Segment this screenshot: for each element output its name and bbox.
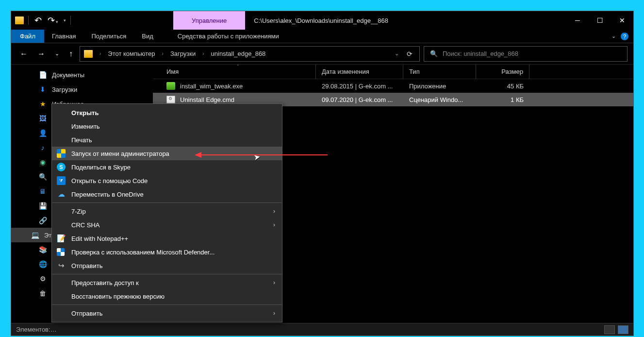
contacts-icon: 👤 — [38, 129, 47, 137]
maximize-button[interactable]: ☐ — [589, 11, 611, 30]
tab-share[interactable]: Поделиться — [83, 30, 134, 43]
ctx-label: Предоставить доступ к — [71, 279, 139, 286]
ctx-label: Отправить — [71, 262, 102, 270]
ctx-crc-sha[interactable]: CRC SHA › — [52, 218, 282, 232]
ctx-edit-with-notepadpp[interactable]: 📝 Edit with Notepad++ — [52, 232, 282, 245]
ctx-edit[interactable]: Изменить — [52, 119, 282, 133]
close-button[interactable]: ✕ — [611, 11, 633, 30]
file-date: 29.08.2015 | G-ek.com ... — [316, 83, 403, 90]
ribbon-context-tab[interactable]: Управление — [173, 11, 245, 30]
window-title-path: C:\Users\alex_\Downloads\uninstall_edge_… — [245, 11, 388, 30]
picture-icon: 🖼 — [38, 115, 47, 122]
sidebar-label: Документы — [52, 71, 84, 79]
titlebar: ↶ ↷▾ ▾ Управление C:\Users\alex_\Downloa… — [11, 11, 633, 30]
details-view-button[interactable] — [604, 325, 615, 334]
tab-view[interactable]: Вид — [134, 30, 161, 43]
status-item-count: Элементов:… — [16, 326, 57, 333]
sidebar-documents[interactable]: 📄Документы — [11, 67, 153, 82]
star-icon: ★ — [38, 100, 47, 108]
ctx-open-with-code[interactable]: ⧩ Открыть с помощью Code — [52, 174, 282, 187]
ctx-label: Поделиться в Skype — [71, 164, 131, 171]
address-dropdown-icon[interactable]: ⌄ — [395, 51, 399, 57]
music-icon: ♪ — [38, 144, 47, 152]
window-controls: ─ ☐ ✕ — [566, 11, 633, 30]
redo-icon[interactable]: ↷▾ — [46, 15, 60, 26]
up-button[interactable]: ↑ — [66, 48, 76, 60]
breadcrumb-downloads[interactable]: Загрузки — [170, 50, 196, 57]
ctx-skype-share[interactable]: S Поделиться в Skype — [52, 160, 282, 174]
col-name[interactable]: Имя˄ — [161, 65, 316, 79]
folder-icon — [15, 17, 24, 24]
tab-file[interactable]: Файл — [11, 30, 44, 43]
forward-button[interactable]: → — [34, 48, 48, 60]
undo-icon[interactable]: ↶ — [33, 15, 43, 26]
refresh-icon[interactable]: ⟳ — [407, 50, 413, 58]
back-button[interactable]: ← — [17, 48, 31, 60]
menu-separator — [52, 202, 281, 203]
vscode-icon: ⧩ — [57, 176, 66, 185]
file-size: 45 КБ — [476, 83, 529, 90]
ctx-label: Переместить в OneDrive — [71, 191, 144, 198]
share-icon: ↪ — [57, 261, 66, 270]
col-size[interactable]: Размер — [476, 65, 529, 79]
file-row[interactable]: install_wim_tweak.exe 29.08.2015 | G-ek.… — [153, 79, 633, 93]
help-icon[interactable]: ? — [621, 33, 628, 40]
column-headers: Имя˄ Дата изменения Тип Размер — [153, 65, 633, 79]
ctx-run-as-admin[interactable]: Запуск от имени администратора — [52, 147, 282, 160]
library-icon: 📚 — [38, 246, 47, 253]
ctx-restore-previous[interactable]: Восстановить прежнюю версию — [52, 289, 282, 303]
tab-app-tools[interactable]: Средства работы с приложениями — [161, 30, 296, 43]
cmd-icon — [166, 96, 175, 103]
nav-row: ← → ⌄ ↑ › Этот компьютер › Загрузки › un… — [11, 43, 633, 65]
ctx-grant-access[interactable]: Предоставить доступ к › — [52, 276, 282, 289]
file-type: Приложение — [403, 83, 476, 90]
breadcrumb-sep-icon: › — [97, 51, 104, 56]
tab-home[interactable]: Главная — [44, 30, 83, 43]
panel-icon: ⚙ — [38, 275, 47, 283]
col-date[interactable]: Дата изменения — [316, 65, 403, 79]
recent-locations-icon[interactable]: ⌄ — [52, 49, 62, 59]
exe-icon — [166, 82, 175, 90]
submenu-arrow-icon: › — [273, 208, 275, 215]
file-rows: install_wim_tweak.exe 29.08.2015 | G-ek.… — [153, 79, 633, 106]
ctx-label: 7-Zip — [71, 208, 86, 215]
file-date: 09.07.2020 | G-ek.com ... — [316, 96, 403, 103]
file-type: Сценарий Windo... — [403, 96, 476, 103]
ctx-share[interactable]: ↪ Отправить — [52, 259, 282, 272]
onedrive-icon: ☁ — [57, 190, 66, 199]
ctx-print[interactable]: Печать — [52, 133, 282, 147]
desktop-icon: 🖥 — [38, 187, 47, 195]
ctx-label: Открыть с помощью Code — [71, 177, 148, 185]
thumbnails-view-button[interactable] — [618, 325, 628, 334]
col-type[interactable]: Тип — [403, 65, 476, 79]
breadcrumb-folder[interactable]: uninstall_edge_868 — [211, 50, 266, 57]
ctx-label: CRC SHA — [71, 221, 100, 229]
breadcrumb-sep-icon: › — [199, 51, 207, 56]
sort-asc-icon: ˄ — [237, 65, 239, 69]
customize-qat-icon[interactable]: ▾ — [63, 18, 66, 23]
search-box[interactable]: 🔍 Поиск: uninstall_edge_868 — [424, 46, 627, 62]
ribbon-expand-icon[interactable]: ⌄ — [611, 33, 616, 39]
file-name: Uninstall Edge.cmd — [180, 96, 234, 103]
ctx-7zip[interactable]: 7-Zip › — [52, 204, 282, 218]
minimize-button[interactable]: ─ — [566, 11, 589, 30]
submenu-arrow-icon: › — [273, 279, 275, 286]
search-icon: 🔍 — [38, 173, 47, 181]
links-icon: 🔗 — [38, 217, 47, 224]
sidebar-downloads[interactable]: ⬇Загрузки — [11, 82, 153, 97]
ctx-move-to-onedrive[interactable]: ☁ Переместить в OneDrive — [52, 187, 282, 201]
ctx-label: Запуск от имени администратора — [71, 150, 169, 157]
ctx-scan-defender[interactable]: Проверка с использованием Microsoft Defe… — [52, 245, 282, 259]
menu-separator — [52, 304, 281, 305]
search-icon: 🔍 — [430, 50, 438, 57]
breadcrumb-this-pc[interactable]: Этот компьютер — [108, 50, 155, 57]
submenu-arrow-icon: › — [273, 221, 275, 228]
sidebar-label: Загрузки — [52, 86, 77, 93]
ctx-open[interactable]: Открыть — [52, 106, 282, 119]
submenu-arrow-icon: › — [273, 310, 275, 317]
ctx-send-to[interactable]: Отправить › — [52, 306, 282, 320]
titlebar-left: ↶ ↷▾ ▾ — [11, 11, 76, 30]
notepadpp-icon: 📝 — [57, 234, 66, 243]
address-bar[interactable]: › Этот компьютер › Загрузки › uninstall_… — [80, 46, 420, 62]
defender-icon — [57, 248, 65, 256]
